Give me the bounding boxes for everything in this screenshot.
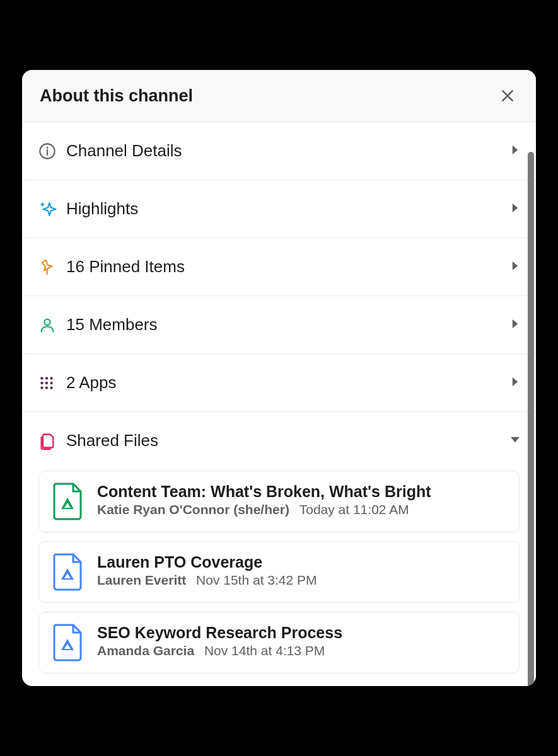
scrollbar-thumb[interactable] <box>528 152 534 686</box>
file-time: Nov 14th at 4:13 PM <box>204 643 325 658</box>
panel-header: About this channel <box>22 70 536 122</box>
section-label: 16 Pinned Items <box>66 257 511 277</box>
file-meta: Katie Ryan O'Connor (she/her) Today at 1… <box>97 502 506 517</box>
file-body: Content Team: What's Broken, What's Brig… <box>97 483 506 517</box>
section-members[interactable]: 15 Members <box>22 296 536 354</box>
close-icon <box>499 88 516 104</box>
info-icon <box>38 142 66 160</box>
file-title: SEO Keyword Research Process <box>97 624 506 642</box>
file-time: Today at 11:02 AM <box>299 502 409 517</box>
chevron-right-icon <box>511 261 520 273</box>
person-icon <box>38 316 66 334</box>
file-time: Nov 15th at 3:42 PM <box>196 573 317 587</box>
section-label: Highlights <box>66 199 511 219</box>
section-label: Channel Details <box>66 141 511 161</box>
file-author: Amanda Garcia <box>97 643 194 658</box>
section-shared-files[interactable]: Shared Files <box>22 412 536 462</box>
chevron-right-icon <box>511 203 520 215</box>
close-button[interactable] <box>497 85 518 106</box>
sparkle-icon <box>38 200 66 219</box>
section-label: Shared Files <box>66 431 511 450</box>
section-highlights[interactable]: Highlights <box>22 180 536 238</box>
file-author: Katie Ryan O'Connor (she/her) <box>97 502 289 517</box>
about-channel-panel: About this channel Channel Details <box>22 70 536 686</box>
chevron-right-icon <box>511 146 520 157</box>
file-author: Lauren Everitt <box>97 573 186 587</box>
files-icon <box>38 432 66 450</box>
shared-file-item[interactable]: SEO Keyword Research Process Amanda Garc… <box>38 612 520 673</box>
svg-point-11 <box>45 381 48 384</box>
chevron-right-icon <box>511 377 520 389</box>
svg-point-4 <box>47 146 49 148</box>
svg-point-10 <box>40 381 43 384</box>
chevron-down-icon <box>511 435 520 447</box>
panel-title: About this channel <box>40 86 193 106</box>
section-label: 2 Apps <box>66 373 511 392</box>
shared-file-item[interactable]: Content Team: What's Broken, What's Brig… <box>38 471 520 532</box>
file-title: Lauren PTO Coverage <box>97 553 506 571</box>
panel-content: Channel Details Highlights <box>22 122 536 686</box>
google-doc-icon <box>52 553 83 591</box>
svg-point-6 <box>44 319 50 324</box>
pin-icon <box>38 258 66 276</box>
section-channel-details[interactable]: Channel Details <box>22 122 536 180</box>
svg-point-9 <box>50 377 52 379</box>
file-title: Content Team: What's Broken, What's Brig… <box>97 483 506 501</box>
svg-point-8 <box>45 377 48 379</box>
svg-point-12 <box>50 381 52 384</box>
svg-point-15 <box>50 386 52 389</box>
svg-point-13 <box>40 386 43 389</box>
google-doc-icon <box>52 624 83 662</box>
shared-file-item[interactable]: Lauren PTO Coverage Lauren Everitt Nov 1… <box>38 541 520 603</box>
svg-point-7 <box>40 377 43 379</box>
file-body: Lauren PTO Coverage Lauren Everitt Nov 1… <box>97 553 506 588</box>
apps-grid-icon <box>38 375 66 391</box>
file-meta: Lauren Everitt Nov 15th at 3:42 PM <box>97 573 506 588</box>
svg-point-14 <box>45 386 48 389</box>
section-pinned-items[interactable]: 16 Pinned Items <box>22 238 536 296</box>
file-body: SEO Keyword Research Process Amanda Garc… <box>97 624 506 658</box>
section-label: 15 Members <box>66 315 511 335</box>
google-sheet-icon <box>52 483 83 520</box>
file-meta: Amanda Garcia Nov 14th at 4:13 PM <box>97 643 506 658</box>
section-apps[interactable]: 2 Apps <box>22 354 536 412</box>
chevron-right-icon <box>511 319 520 331</box>
